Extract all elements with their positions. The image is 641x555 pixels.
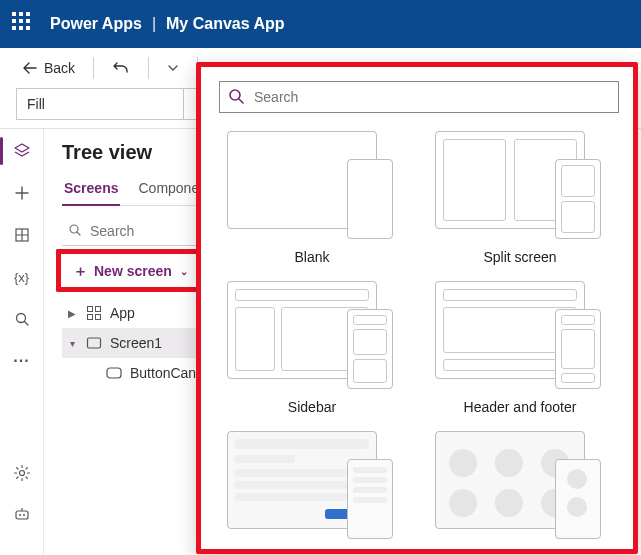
- undo-dropdown[interactable]: [161, 58, 185, 78]
- svg-rect-10: [96, 315, 101, 320]
- template-label: Sidebar: [288, 399, 336, 415]
- rail-search[interactable]: [10, 307, 34, 331]
- property-name: Fill: [27, 96, 45, 112]
- rail-tree-view[interactable]: [10, 139, 34, 163]
- svg-point-5: [23, 514, 25, 516]
- layers-icon: [13, 142, 31, 160]
- plus-icon: ＋: [73, 262, 88, 281]
- bot-icon: [13, 506, 31, 524]
- tree-label: App: [110, 305, 135, 321]
- template-header-footer[interactable]: Header and footer: [427, 281, 613, 415]
- new-screen-button[interactable]: ＋ New screen ⌄: [62, 256, 199, 286]
- chevron-down-icon: [167, 62, 179, 74]
- property-selector[interactable]: Fill: [16, 88, 184, 120]
- back-label: Back: [44, 60, 75, 76]
- template-item[interactable]: [427, 431, 613, 541]
- rail-data[interactable]: [10, 223, 34, 247]
- new-screen-label: New screen: [94, 263, 172, 279]
- rail-more[interactable]: ···: [10, 349, 34, 373]
- new-screen-flyout: Blank Split screen: [196, 62, 638, 554]
- expand-icon: ▶: [66, 308, 78, 319]
- toolbar-divider: [93, 57, 94, 79]
- brand-label: Power Apps: [50, 15, 142, 33]
- svg-rect-8: [96, 307, 101, 312]
- tree-label: Screen1: [110, 335, 162, 351]
- template-label: Header and footer: [464, 399, 577, 415]
- rail-settings[interactable]: [10, 461, 34, 485]
- search-icon: [227, 87, 245, 105]
- rail-insert[interactable]: [10, 181, 34, 205]
- undo-icon: [112, 59, 130, 77]
- button-icon: [106, 367, 122, 379]
- svg-rect-3: [16, 511, 28, 519]
- template-scroll[interactable]: Blank Split screen: [219, 131, 619, 541]
- chevron-down-icon: ⌄: [180, 266, 188, 277]
- svg-rect-7: [88, 307, 93, 312]
- flyout-search-input[interactable]: [219, 81, 619, 113]
- search-icon: [68, 223, 82, 237]
- toolbar-divider: [148, 57, 149, 79]
- svg-point-2: [19, 471, 24, 476]
- rail-variables[interactable]: {x}: [10, 265, 34, 289]
- undo-button[interactable]: [106, 55, 136, 81]
- back-arrow-icon: [22, 60, 38, 76]
- template-split-screen[interactable]: Split screen: [427, 131, 613, 265]
- tab-screens[interactable]: Screens: [62, 174, 120, 206]
- svg-rect-9: [88, 315, 93, 320]
- app-icon: [86, 305, 102, 321]
- screen-icon: [86, 335, 102, 351]
- app-launcher-icon[interactable]: [12, 12, 36, 36]
- template-label: Split screen: [483, 249, 556, 265]
- grid-icon: [14, 227, 30, 243]
- template-blank[interactable]: Blank: [219, 131, 405, 265]
- gear-icon: [13, 464, 31, 482]
- rail-ask[interactable]: [10, 503, 34, 527]
- svg-rect-12: [107, 368, 121, 378]
- app-name: My Canvas App: [166, 15, 285, 33]
- svg-point-4: [19, 514, 21, 516]
- svg-rect-11: [88, 338, 101, 348]
- plus-icon: [14, 185, 30, 201]
- title-separator: |: [152, 15, 156, 33]
- template-label: Blank: [294, 249, 329, 265]
- template-item[interactable]: [219, 431, 405, 541]
- search-icon: [14, 311, 30, 327]
- back-button[interactable]: Back: [16, 56, 81, 80]
- template-sidebar[interactable]: Sidebar: [219, 281, 405, 415]
- collapse-icon: ▾: [66, 338, 78, 349]
